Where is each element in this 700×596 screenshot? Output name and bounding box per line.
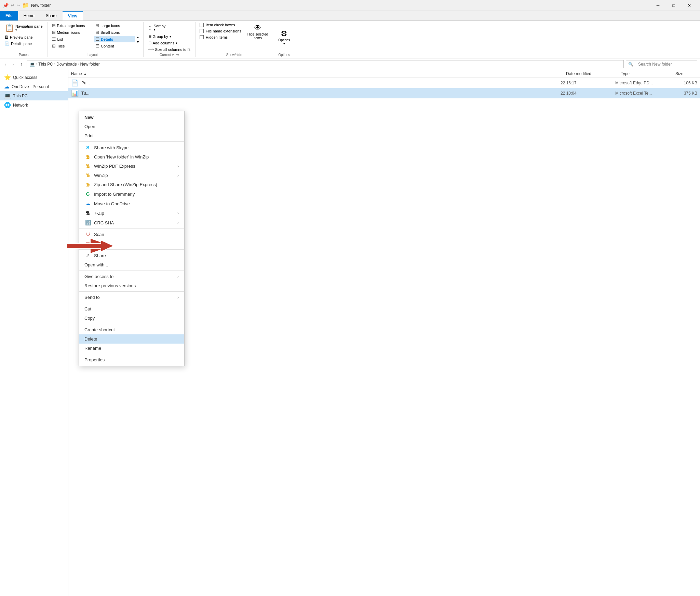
tab-file[interactable]: File <box>0 11 18 20</box>
file-row-1[interactable]: 📊 Tu... 22 10:04 Microsoft Excel Te... 3… <box>68 88 700 98</box>
up-button[interactable]: ↑ <box>18 60 25 68</box>
ctx-divider-7 <box>79 324 184 324</box>
details-pane-button[interactable]: 📄 Details pane <box>3 41 34 46</box>
winzip-pdf-icon: 🗜 <box>84 164 91 169</box>
layout-list[interactable]: ☰List <box>51 36 92 42</box>
ctx-create-shortcut[interactable]: Create shortcut <box>79 325 184 334</box>
tiles-icon: ⊞ <box>52 43 56 48</box>
filelist-header: Name ▲ Date modified Type Size <box>68 70 700 78</box>
preview-pane-button[interactable]: 🖼 Preview pane <box>3 34 35 40</box>
ctx-open[interactable]: Open <box>79 122 184 131</box>
col-name[interactable]: Name ▲ <box>68 70 563 78</box>
window-controls: ─ □ ✕ <box>650 0 697 11</box>
ctx-send-to[interactable]: Send to › <box>79 293 184 302</box>
hidden-items-label: Hidden items <box>206 35 228 39</box>
add-columns-button[interactable]: ⊞ Add columns ▾ <box>146 40 180 46</box>
col-type[interactable]: Type <box>618 70 673 78</box>
ctx-new[interactable]: New <box>79 113 184 122</box>
size-all-button[interactable]: ⟺ Size all columns to fit <box>146 46 192 52</box>
layout-content[interactable]: ☰Content <box>94 43 135 49</box>
ctx-delete[interactable]: Delete <box>79 334 184 344</box>
details-pane-icon: 📄 <box>5 41 10 46</box>
group-by-button[interactable]: ⊟ Group by ▾ <box>146 33 173 39</box>
path-newfolder[interactable]: New folder <box>80 62 99 67</box>
sidebar-item-onedrive[interactable]: ☁ OneDrive - Personal <box>0 82 68 91</box>
item-check-boxes-toggle[interactable]: Item check boxes <box>198 22 243 28</box>
path-thispc[interactable]: This PC <box>38 62 53 67</box>
sidebar-item-thispc[interactable]: 💻 This PC <box>0 91 68 100</box>
ctx-open-with[interactable]: Open with... <box>79 260 184 269</box>
tab-home[interactable]: Home <box>18 11 40 20</box>
layout-small[interactable]: ⊞Small icons <box>94 29 135 36</box>
layout-group-label: Layout <box>51 53 135 57</box>
ctx-give-access[interactable]: Give access to › <box>79 272 184 281</box>
current-view-group-label: Current view <box>160 53 179 57</box>
options-icon: ⚙ <box>281 29 287 38</box>
titlebar-title: New folder <box>31 3 51 8</box>
layout-scroll-down[interactable]: ▼ <box>136 40 140 44</box>
winzip-arrow: › <box>177 173 179 178</box>
ctx-restore-versions[interactable]: Restore previous versions <box>79 281 184 290</box>
ctx-print[interactable]: Print <box>79 131 184 140</box>
file-name-extensions-toggle[interactable]: File name extensions <box>198 28 243 34</box>
col-size[interactable]: Size <box>673 70 700 78</box>
navigation-pane-button[interactable]: 📋 Navigation pane ▾ <box>3 22 45 34</box>
undo-icon[interactable]: ↩ <box>11 3 14 8</box>
quick-access-label: Quick access <box>13 75 37 80</box>
ctx-crcsha[interactable]: 🔢 CRC SHA › <box>79 218 184 227</box>
file-row-0[interactable]: 📄 Pu... 22 16:17 Microsoft Edge PD... 10… <box>68 78 700 88</box>
add-columns-arrow: ▾ <box>176 41 177 45</box>
give-access-arrow: › <box>177 274 179 279</box>
show-hide-content: Item check boxes File name extensions Hi… <box>198 22 270 52</box>
ctx-winzip-open[interactable]: 🗜 Open 'New folder' in WinZip <box>79 152 184 162</box>
ctx-grammarly[interactable]: G Import to Grammarly <box>79 189 184 199</box>
winzip-pdf-arrow: › <box>177 164 179 169</box>
path-downloads[interactable]: Downloads <box>56 62 77 67</box>
col-date[interactable]: Date modified <box>563 70 618 78</box>
layout-scroll: ▲ ▼ <box>136 35 140 44</box>
layout-large[interactable]: ⊞Large icons <box>94 22 135 29</box>
minimize-button[interactable]: ─ <box>650 0 666 11</box>
hide-selected-button[interactable]: 👁 Hide selecteditems <box>245 22 270 41</box>
preview-pane-icon: 🖼 <box>5 35 9 39</box>
ctx-winzip[interactable]: 🗜 WinZip › <box>79 171 184 180</box>
address-path[interactable]: 💻 › This PC › Downloads › New folder <box>27 60 624 68</box>
redo-icon[interactable]: ↪ <box>16 3 20 8</box>
layout-tiles[interactable]: ⊞Tiles <box>51 43 92 49</box>
ctx-divider-6 <box>79 303 184 303</box>
ctx-onedrive[interactable]: ☁ Move to OneDrive <box>79 199 184 208</box>
close-button[interactable]: ✕ <box>682 0 697 11</box>
ctx-cut[interactable]: Cut <box>79 304 184 314</box>
ctx-7zip[interactable]: 🗜 7-Zip › <box>79 208 184 218</box>
tab-share[interactable]: Share <box>40 11 63 20</box>
search-input[interactable] <box>635 62 697 67</box>
col-name-label: Name <box>71 71 82 76</box>
search-box[interactable]: 🔍 <box>626 60 697 68</box>
sort-by-label: Sort by <box>154 24 166 28</box>
forward-button[interactable]: › <box>11 60 16 68</box>
address-icon: 💻 <box>30 62 35 67</box>
sidebar-item-quickaccess[interactable]: ⭐ Quick access <box>0 73 68 82</box>
maximize-button[interactable]: □ <box>666 0 682 11</box>
thispc-icon: 💻 <box>4 93 11 99</box>
layout-details[interactable]: ☰Details <box>94 36 135 42</box>
tab-view[interactable]: View <box>63 11 83 20</box>
ctx-winzip-pdf[interactable]: 🗜 WinZip PDF Express › <box>79 162 184 171</box>
back-button[interactable]: ‹ <box>3 60 9 68</box>
layout-scroll-up[interactable]: ▲ <box>136 35 140 39</box>
options-arrow: ▾ <box>283 42 285 45</box>
ctx-rename[interactable]: Rename <box>79 344 184 353</box>
layout-extra-large[interactable]: ⊞Extra large icons <box>51 22 92 29</box>
hidden-items-toggle[interactable]: Hidden items <box>198 34 243 40</box>
ctx-properties[interactable]: Properties <box>79 355 184 364</box>
file-icon-1: 📊 <box>71 89 79 97</box>
sidebar-item-network[interactable]: 🌐 Network <box>0 100 68 110</box>
ctx-copy[interactable]: Copy <box>79 314 184 323</box>
ctx-zip-share[interactable]: 🗜 Zip and Share (WinZip Express) <box>79 180 184 189</box>
ctx-share-skype[interactable]: S Share with Skype <box>79 143 184 152</box>
file-icon-0: 📄 <box>71 79 79 87</box>
options-button[interactable]: ⚙ Options ▾ <box>276 28 292 47</box>
layout-medium[interactable]: ⊞Medium icons <box>51 29 92 36</box>
show-hide-group-label: Show/hide <box>226 53 242 57</box>
sort-by-button[interactable]: ↕ Sort by ▾ <box>146 22 168 33</box>
